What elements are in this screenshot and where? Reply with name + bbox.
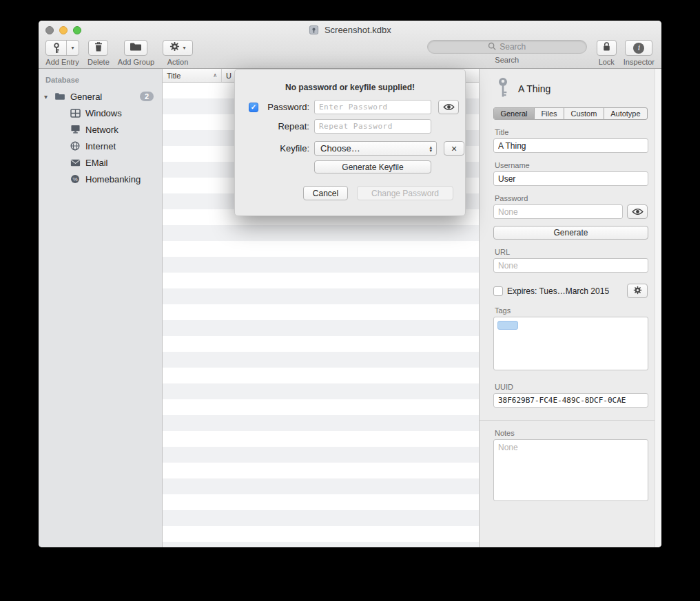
add-group-group: Add Group bbox=[118, 40, 154, 66]
inspector-group: i Inspector bbox=[624, 40, 655, 66]
add-group-button[interactable] bbox=[124, 40, 147, 56]
tag-chip[interactable] bbox=[497, 321, 518, 330]
tab-files[interactable]: Files bbox=[535, 108, 564, 119]
add-entry-label: Add Entry bbox=[45, 58, 79, 66]
gear-icon bbox=[169, 41, 180, 54]
document-icon bbox=[309, 27, 319, 37]
search-group: Search Search bbox=[427, 40, 587, 64]
inspector-scrollbar[interactable] bbox=[655, 69, 661, 547]
add-entry-group: ▾ Add Entry bbox=[45, 40, 79, 66]
sidebar-item-label: Windows bbox=[85, 108, 122, 118]
notes-field[interactable] bbox=[493, 439, 648, 501]
action-button[interactable]: ▾ bbox=[163, 40, 193, 56]
repeat-password-input[interactable] bbox=[314, 119, 431, 134]
divider bbox=[480, 420, 661, 421]
action-label: Action bbox=[167, 58, 189, 66]
cancel-button[interactable]: Cancel bbox=[303, 186, 348, 200]
enter-password-input[interactable] bbox=[314, 100, 431, 114]
add-group-label: Add Group bbox=[118, 58, 154, 66]
sidebar-item-windows[interactable]: Windows bbox=[39, 105, 162, 121]
reveal-password-button[interactable] bbox=[627, 204, 648, 219]
toolbar-buttons: ▾ Add Entry Delete Add Group ▾ Action bbox=[39, 39, 661, 69]
generate-keyfile-button[interactable]: Generate Keyfile bbox=[314, 160, 431, 173]
change-password-button[interactable]: Change Password bbox=[357, 186, 453, 200]
search-input[interactable]: Search bbox=[427, 40, 587, 54]
sidebar-item-internet[interactable]: Internet bbox=[39, 138, 162, 154]
eye-icon bbox=[632, 206, 644, 218]
clear-keyfile-button[interactable]: × bbox=[444, 141, 464, 156]
title-field[interactable] bbox=[493, 138, 648, 153]
change-password-dialog: No password or keyfile supplied! ✓ Passw… bbox=[234, 69, 466, 216]
tab-general[interactable]: General bbox=[494, 108, 535, 119]
search-placeholder: Search bbox=[500, 42, 526, 52]
username-field-label: Username bbox=[495, 161, 646, 169]
title-field-label: Title bbox=[495, 128, 646, 136]
password-field[interactable] bbox=[493, 204, 623, 219]
url-field[interactable] bbox=[493, 258, 648, 273]
password-label: Password: bbox=[262, 102, 309, 112]
delete-button[interactable] bbox=[88, 40, 108, 56]
reveal-password-button[interactable] bbox=[438, 100, 459, 114]
dialog-message: No password or keyfile supplied! bbox=[235, 83, 465, 92]
coin-percent-icon: % bbox=[69, 174, 81, 184]
entry-count-badge: 2 bbox=[140, 92, 154, 101]
info-icon: i bbox=[633, 43, 644, 54]
column-title-label: Title bbox=[167, 72, 181, 80]
inspector-tabs: General Files Custom Autotype bbox=[493, 107, 648, 120]
sidebar-item-email[interactable]: EMail bbox=[39, 154, 162, 171]
chevron-down-icon: ▾ bbox=[71, 45, 74, 51]
svg-text:%: % bbox=[72, 176, 77, 182]
key-icon bbox=[497, 77, 508, 101]
expires-checkbox[interactable] bbox=[493, 286, 503, 296]
titlebar: Screenshot.kdbx bbox=[39, 21, 661, 39]
sidebar-item-homebanking[interactable]: % Homebanking bbox=[39, 171, 162, 187]
password-checkbox[interactable]: ✓ bbox=[249, 103, 258, 112]
column-header-title[interactable]: Title ∧ bbox=[163, 69, 222, 82]
sidebar: Database ▾ General 2 Windows Network Int… bbox=[39, 69, 163, 547]
expires-settings-button[interactable] bbox=[627, 284, 648, 298]
close-icon: × bbox=[451, 144, 457, 154]
delete-label: Delete bbox=[88, 58, 110, 66]
keyfile-popup-value: Choose… bbox=[320, 143, 360, 154]
app-window: Screenshot.kdbx ▾ Add Entry Delete Add G… bbox=[39, 21, 661, 547]
add-entry-dropdown[interactable]: ▾ bbox=[67, 41, 79, 55]
sidebar-group-general[interactable]: ▾ General 2 bbox=[39, 88, 162, 105]
sidebar-group-label: General bbox=[70, 92, 102, 102]
expires-row: Expires: Tues…March 2015 bbox=[493, 284, 648, 298]
tab-custom[interactable]: Custom bbox=[564, 108, 604, 119]
notes-field-label: Notes bbox=[495, 429, 646, 437]
delete-group: Delete bbox=[88, 40, 110, 66]
expires-label: Expires: Tues…March 2015 bbox=[507, 286, 609, 296]
toolbar: Screenshot.kdbx ▾ Add Entry Delete Add G… bbox=[39, 21, 661, 69]
lock-label: Lock bbox=[599, 58, 615, 66]
username-field[interactable] bbox=[493, 171, 648, 186]
folder-icon bbox=[130, 42, 142, 54]
chevron-down-icon: ▾ bbox=[183, 45, 185, 51]
uuid-field-label: UUID bbox=[495, 383, 646, 391]
repeat-label: Repeat: bbox=[262, 121, 309, 131]
entry-title: A Thing bbox=[518, 83, 550, 94]
tags-field[interactable] bbox=[493, 317, 648, 370]
password-field-label: Password bbox=[495, 194, 646, 202]
search-icon bbox=[488, 42, 496, 52]
generate-password-button[interactable]: Generate bbox=[493, 226, 648, 240]
uuid-field[interactable] bbox=[493, 393, 648, 408]
eye-icon bbox=[443, 101, 455, 114]
envelope-icon bbox=[69, 159, 81, 167]
keyfile-popup[interactable]: Choose… ▴▾ bbox=[314, 141, 437, 156]
disclosure-triangle-icon[interactable]: ▾ bbox=[44, 93, 54, 101]
add-entry-button[interactable] bbox=[46, 41, 67, 55]
sidebar-item-label: Internet bbox=[85, 141, 116, 151]
popup-stepper-icon: ▴▾ bbox=[429, 145, 433, 152]
inspector-button[interactable]: i bbox=[625, 40, 652, 56]
tags-field-label: Tags bbox=[495, 306, 646, 315]
sidebar-item-label: EMail bbox=[85, 158, 108, 168]
lock-button[interactable] bbox=[597, 40, 617, 56]
tab-autotype[interactable]: Autotype bbox=[604, 108, 647, 119]
column-username-label: U bbox=[226, 72, 231, 80]
entry-header: A Thing bbox=[497, 78, 661, 99]
action-group: ▾ Action bbox=[163, 40, 193, 66]
sidebar-item-network[interactable]: Network bbox=[39, 121, 162, 138]
lock-icon bbox=[602, 41, 611, 54]
inspector-panel: A Thing General Files Custom Autotype Ti… bbox=[479, 69, 661, 547]
